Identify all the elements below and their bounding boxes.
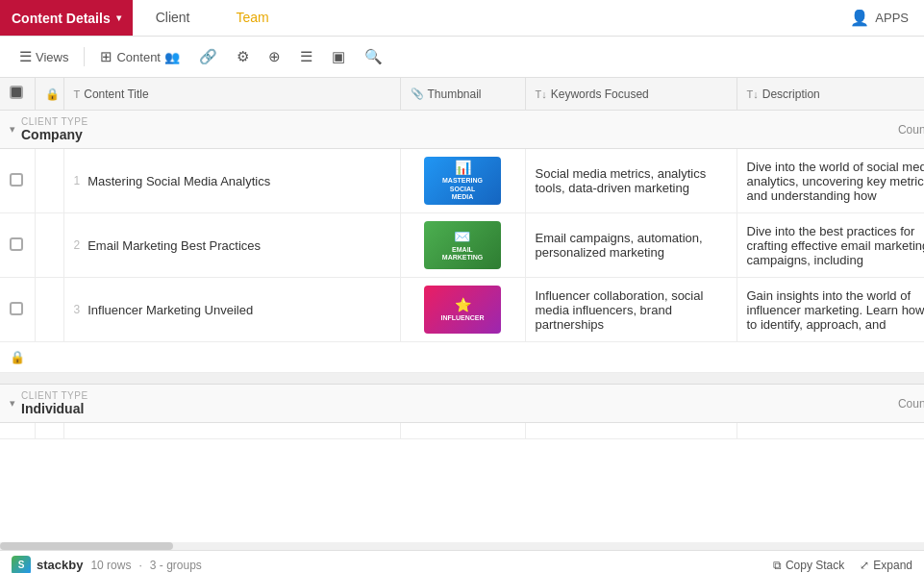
row3-thumbnail: ⭐ INFLUENCER bbox=[411, 286, 515, 334]
settings-button[interactable]: ⚙ bbox=[229, 44, 257, 69]
company-group-chevron[interactable]: ▾ bbox=[10, 123, 15, 136]
row1-checkbox[interactable] bbox=[10, 173, 23, 187]
row2-checkbox[interactable] bbox=[10, 237, 23, 251]
row1-keywords-cell: Social media metrics, analytics tools, d… bbox=[525, 149, 737, 213]
gear-icon: ⚙ bbox=[237, 48, 249, 65]
row2-keywords: Email campaigns, automation, personalize… bbox=[536, 231, 703, 260]
image-button[interactable]: ▣ bbox=[324, 44, 353, 69]
header-thumbnail[interactable]: 📎 Thumbnail bbox=[400, 78, 525, 111]
individual-group-count: Count 5 bbox=[898, 397, 924, 411]
views-label: Views bbox=[36, 50, 68, 64]
stackby-logo-icon: S bbox=[12, 556, 31, 574]
company-group-count: Count 3 bbox=[898, 123, 924, 137]
client-tab-label: Client bbox=[156, 10, 190, 25]
copy-stack-button[interactable]: ⧉ Copy Stack bbox=[773, 559, 844, 572]
select-all-checkbox[interactable] bbox=[10, 86, 23, 99]
row3-title-cell: 3 Influencer Marketing Unveiled bbox=[63, 278, 400, 342]
row3-check[interactable] bbox=[0, 278, 35, 342]
row2-number: 2 bbox=[74, 238, 81, 252]
horizontal-scrollbar[interactable] bbox=[0, 542, 924, 550]
row2-description: Dive into the best practices for craftin… bbox=[747, 224, 925, 267]
stackby-logo: S stackby bbox=[12, 556, 83, 574]
toolbar-divider-1 bbox=[84, 47, 85, 66]
group-row-company: ▾ CLIENT TYPE Company Count 3 bbox=[0, 111, 924, 149]
link-button[interactable]: 🔗 bbox=[191, 44, 225, 69]
toolbar: ☰ Views ⊞ Content 👥 🔗 ⚙ ⊕ ☰ ▣ 🔍 bbox=[0, 37, 924, 78]
ind-row-keywords bbox=[525, 423, 737, 439]
grid-icon: ⊞ bbox=[100, 48, 112, 65]
row1-thumbnail: 📊 MASTERINGSOCIALMEDIA bbox=[411, 157, 515, 205]
row3-number: 3 bbox=[74, 303, 81, 316]
copy-stack-icon: ⧉ bbox=[773, 559, 782, 572]
team-tab[interactable]: Team bbox=[212, 0, 291, 36]
apps-icon: 👤 bbox=[850, 9, 869, 27]
filter-button[interactable]: ☰ bbox=[292, 44, 320, 69]
row2-keywords-cell: Email campaigns, automation, personalize… bbox=[525, 213, 737, 278]
client-tab[interactable]: Client bbox=[133, 0, 213, 36]
description-type-icon: T↓ bbox=[747, 88, 759, 100]
row1-lock bbox=[35, 149, 63, 213]
image-icon: ▣ bbox=[332, 48, 345, 65]
individual-group-name: Individual bbox=[21, 401, 88, 416]
header-lock: 🔒 bbox=[35, 78, 63, 111]
apps-button[interactable]: 👤 APPS bbox=[835, 0, 924, 36]
footer-right: ⧉ Copy Stack ⤢ Expand bbox=[773, 559, 912, 572]
lock-row: 🔒 bbox=[0, 342, 924, 373]
row1-check[interactable] bbox=[0, 149, 35, 213]
header-keywords[interactable]: T↓ Keywords Focused bbox=[525, 78, 737, 111]
search-icon: 🔍 bbox=[364, 48, 383, 65]
lock-cell: 🔒 bbox=[0, 342, 35, 373]
header-keywords-label: Keywords Focused bbox=[551, 87, 649, 101]
row1-desc-cell: Dive into the world of social media anal… bbox=[737, 149, 924, 213]
lock-col-icon: 🔒 bbox=[45, 87, 60, 101]
ind-row-title bbox=[63, 423, 400, 439]
lock-icon: 🔒 bbox=[10, 350, 25, 364]
plus-grid-button[interactable]: ⊕ bbox=[261, 44, 288, 69]
group-row-individual: ▾ CLIENT TYPE Individual Count 5 bbox=[0, 385, 924, 423]
expand-button[interactable]: ⤢ Expand bbox=[860, 559, 912, 572]
company-group-type-label: CLIENT TYPE bbox=[21, 116, 88, 127]
row2-thumbnail: ✉️ EMAILMARKETING bbox=[411, 221, 515, 269]
row2-title[interactable]: Email Marketing Best Practices bbox=[87, 238, 261, 253]
table-row bbox=[0, 423, 924, 439]
row3-lock bbox=[35, 278, 63, 342]
ind-row-thumb bbox=[400, 423, 525, 439]
table-row: 1 Mastering Social Media Analytics 📊 MAS… bbox=[0, 149, 924, 213]
table-container: 🔒 T Content Title 📎 Thumbnail bbox=[0, 78, 924, 542]
group-separator bbox=[0, 373, 924, 385]
views-button[interactable]: ☰ Views bbox=[12, 44, 76, 69]
header-title[interactable]: T Content Title bbox=[63, 78, 400, 111]
header-check[interactable] bbox=[0, 78, 35, 111]
row3-desc-cell: Gain insights into the world of influenc… bbox=[737, 278, 924, 342]
rows-count: 10 rows bbox=[90, 559, 131, 572]
table-row: 3 Influencer Marketing Unveiled ⭐ INFLUE… bbox=[0, 278, 924, 342]
row2-check[interactable] bbox=[0, 213, 35, 278]
filter-icon: ☰ bbox=[300, 48, 312, 65]
content-button[interactable]: ⊞ Content 👥 bbox=[92, 44, 187, 69]
row3-title[interactable]: Influencer Marketing Unveiled bbox=[87, 303, 253, 317]
content-details-tab[interactable]: Content Details ▾ bbox=[0, 0, 133, 36]
row1-keywords: Social media metrics, analytics tools, d… bbox=[536, 166, 707, 195]
row3-keywords-cell: Influencer collaboration, social media i… bbox=[525, 278, 737, 342]
individual-group-chevron[interactable]: ▾ bbox=[10, 397, 15, 410]
ind-row-check[interactable] bbox=[0, 423, 35, 439]
header-description-label: Description bbox=[762, 87, 820, 101]
footer: S stackby 10 rows · 3 - groups ⧉ Copy St… bbox=[0, 550, 924, 573]
top-nav: Content Details ▾ Client Team 👤 APPS bbox=[0, 0, 924, 37]
individual-group-type-label: CLIENT TYPE bbox=[21, 390, 88, 401]
link-icon: 🔗 bbox=[199, 48, 217, 65]
table-row: 2 Email Marketing Best Practices ✉️ EMAI… bbox=[0, 213, 924, 278]
search-button[interactable]: 🔍 bbox=[357, 44, 390, 69]
header-description[interactable]: T↓ Description bbox=[737, 78, 924, 111]
plus-grid-icon: ⊕ bbox=[268, 48, 281, 65]
ind-row-lock bbox=[35, 423, 63, 439]
company-group-name: Company bbox=[21, 127, 88, 142]
scroll-thumb[interactable] bbox=[0, 542, 173, 550]
main-table: 🔒 T Content Title 📎 Thumbnail bbox=[0, 78, 924, 439]
row1-title[interactable]: Mastering Social Media Analytics bbox=[87, 174, 270, 188]
row3-keywords: Influencer collaboration, social media i… bbox=[536, 288, 704, 332]
title-type-icon: T bbox=[74, 88, 81, 100]
row3-checkbox[interactable] bbox=[10, 302, 23, 315]
expand-label: Expand bbox=[873, 559, 912, 572]
header-thumbnail-label: Thumbnail bbox=[428, 87, 482, 101]
